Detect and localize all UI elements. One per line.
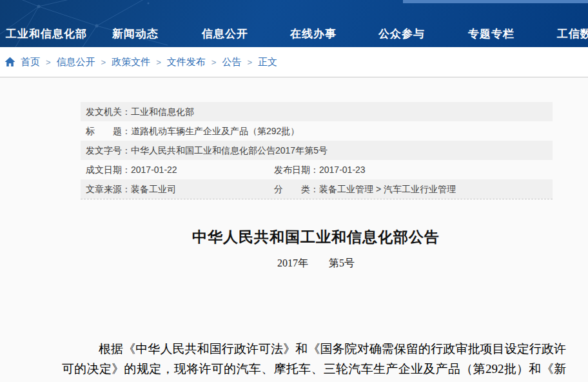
breadcrumb: 首页>信息公开>政策文件>文件发布>公告>正文 xyxy=(0,47,588,77)
article-issue-number: 2017年 第5号 xyxy=(62,257,570,270)
meta-value: 2017-01-23 xyxy=(319,165,366,175)
breadcrumb-link-2[interactable]: 政策文件 xyxy=(112,56,150,67)
dashed-divider xyxy=(81,199,553,199)
meta-value: 2017-01-22 xyxy=(131,165,177,175)
meta-label: 发文字号： xyxy=(86,145,131,156)
meta-cell: 发布日期：2017-01-23 xyxy=(274,160,366,179)
meta-label: 分 类： xyxy=(274,184,319,194)
nav-item-4[interactable]: 公众参与 xyxy=(378,28,425,40)
meta-cell: 发文字号：中华人民共和国工业和信息化部公告2017年第5号 xyxy=(86,141,328,160)
breadcrumb-separator: > xyxy=(46,57,51,67)
nav-item-0[interactable]: 工业和信息化部 xyxy=(6,28,87,40)
meta-cell: 标 题：道路机动车辆生产企业及产品（第292批） xyxy=(86,121,299,141)
meta-cell: 成文日期：2017-01-22 xyxy=(86,160,177,179)
meta-value: 道路机动车辆生产企业及产品（第292批） xyxy=(131,126,299,136)
breadcrumb-link-1[interactable]: 信息公开 xyxy=(57,56,95,67)
breadcrumb-separator: > xyxy=(247,57,252,67)
meta-label: 文章来源： xyxy=(86,184,131,194)
banner-mesh-decoration xyxy=(0,0,206,47)
meta-label: 成文日期： xyxy=(86,165,131,175)
breadcrumb-link-4[interactable]: 公告 xyxy=(222,56,241,67)
nav-item-6[interactable]: 工信数据 xyxy=(557,28,588,40)
breadcrumb-separator: > xyxy=(101,57,106,67)
top-nav-banner: 工业和信息化部新闻动态信息公开在线办事公众参与专题专栏工信数据 xyxy=(0,0,588,47)
meta-label: 发文机关： xyxy=(86,106,131,117)
breadcrumb-link-3[interactable]: 文件发布 xyxy=(167,56,206,67)
meta-row-3: 成文日期：2017-01-22发布日期：2017-01-23 xyxy=(81,160,553,179)
meta-cell: 文章来源：装备工业司 xyxy=(86,179,176,199)
meta-value: 工业和信息化部 xyxy=(131,106,194,117)
meta-cell: 发文机关：工业和信息化部 xyxy=(86,102,194,121)
nav-item-2[interactable]: 信息公开 xyxy=(202,28,248,40)
breadcrumb-link-5: 正文 xyxy=(258,56,277,67)
article-title: 中华人民共和国工业和信息化部公告 xyxy=(62,227,570,247)
meta-row-4: 文章来源：装备工业司分 类：装备工业管理 > 汽车工业行业管理 xyxy=(81,179,553,199)
meta-value: 装备工业司 xyxy=(131,184,176,194)
breadcrumb-link-0[interactable]: 首页 xyxy=(21,56,40,67)
breadcrumb-separator: > xyxy=(211,57,217,67)
breadcrumb-separator: > xyxy=(156,57,161,67)
meta-cell: 分 类：装备工业管理 > 汽车工业行业管理 xyxy=(274,179,456,199)
meta-row-0: 发文机关：工业和信息化部 xyxy=(81,102,553,121)
breadcrumb-items: 首页>信息公开>政策文件>文件发布>公告>正文 xyxy=(21,56,277,68)
meta-row-2: 发文字号：中华人民共和国工业和信息化部公告2017年第5号 xyxy=(81,141,553,160)
article-body-paragraph: 根据《中华人民共和国行政许可法》和《国务院对确需保留的行政审批项目设定行政许可的… xyxy=(62,339,566,382)
nav-item-5[interactable]: 专题专栏 xyxy=(468,28,514,40)
meta-row-1: 标 题：道路机动车辆生产企业及产品（第292批） xyxy=(81,121,553,141)
meta-label: 发布日期： xyxy=(274,165,319,175)
nav-item-3[interactable]: 在线办事 xyxy=(290,28,337,40)
meta-value: 装备工业管理 > 汽车工业行业管理 xyxy=(319,184,456,194)
meta-label: 标 题： xyxy=(86,126,131,136)
meta-table: 发文机关：工业和信息化部标 题：道路机动车辆生产企业及产品（第292批）发文字号… xyxy=(81,102,553,199)
nav-item-1[interactable]: 新闻动态 xyxy=(112,28,159,40)
banner-highlight-strip xyxy=(403,0,588,3)
meta-value: 中华人民共和国工业和信息化部公告2017年第5号 xyxy=(131,145,328,156)
home-icon[interactable] xyxy=(5,57,15,67)
